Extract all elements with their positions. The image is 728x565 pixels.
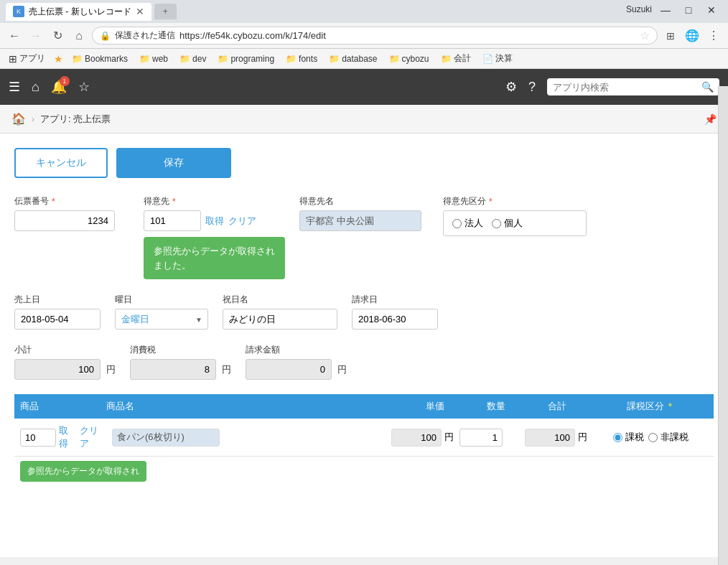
subtotal-label: 小計: [14, 344, 116, 356]
customer-clear-button[interactable]: クリア: [228, 215, 256, 228]
minimize-button[interactable]: —: [655, 4, 676, 19]
app-search-input[interactable]: [553, 82, 697, 93]
address-bar[interactable]: 🔒 保護された通信 https://fe54k.cybozu.com/k/174…: [92, 27, 658, 45]
customer-name-label: 得意先名: [299, 195, 429, 207]
folder-icon-database: 📁: [329, 54, 340, 64]
bookmark-dev[interactable]: 📁 dev: [177, 52, 209, 65]
tab-title: 売上伝票 - 新しいレコード: [29, 6, 131, 18]
bookmark-settlement[interactable]: 📄 決算: [480, 51, 515, 66]
app-search-bar[interactable]: 🔍: [547, 78, 719, 95]
save-button[interactable]: 保存: [116, 148, 231, 178]
billing-amount-field: 請求金額 円: [246, 344, 347, 380]
customer-type-kojin[interactable]: 個人: [492, 217, 523, 230]
customer-code-label: 得意先 *: [144, 195, 285, 207]
table-row: 取得 クリア 円 円 課税: [14, 419, 714, 457]
bookmark-accounting[interactable]: 📁 会計: [438, 51, 474, 66]
help-button[interactable]: ?: [528, 80, 536, 95]
bookmark-programming[interactable]: 📁 programing: [215, 52, 277, 65]
bookmark-database[interactable]: 📁 database: [326, 52, 380, 65]
product-get-button[interactable]: 取得: [59, 424, 77, 450]
holiday-name-field: 祝日名: [223, 294, 337, 330]
globe-icon[interactable]: 🌐: [683, 27, 701, 45]
customer-name-input: [299, 210, 421, 231]
hamburger-menu-button[interactable]: ☰: [9, 79, 20, 95]
home-button[interactable]: ⌂: [70, 27, 88, 45]
td-total: 円: [515, 429, 587, 447]
tax-hikaizei[interactable]: 非課税: [648, 431, 689, 444]
settings-gear-button[interactable]: ⚙: [505, 79, 517, 95]
quantity-input[interactable]: [459, 429, 503, 447]
customer-type-hojin[interactable]: 法人: [452, 217, 483, 230]
tab-close-button[interactable]: ✕: [136, 6, 144, 17]
billing-amount-input: [246, 359, 332, 380]
form-row-3: 小計 円 消費税 円 請求金額 円: [14, 344, 714, 380]
bookmark-cybozu-label: cybozu: [402, 54, 429, 64]
scrollbar-right[interactable]: [718, 86, 728, 565]
title-bar: K 売上伝票 - 新しいレコード ✕ + Suzuki — □ ✕: [0, 0, 728, 23]
customer-get-button[interactable]: 取得: [205, 215, 224, 228]
td-unit-price: 円: [382, 429, 454, 447]
window-controls: Suzuki — □ ✕: [626, 4, 722, 19]
user-label: Suzuki: [626, 4, 648, 19]
back-button[interactable]: ←: [6, 27, 23, 45]
lock-icon: 🔒: [100, 31, 111, 41]
customer-type-hojin-radio[interactable]: [452, 219, 462, 228]
app-home-button[interactable]: ⌂: [32, 80, 39, 95]
notification-button[interactable]: 🔔 1: [51, 79, 67, 95]
pin-icon[interactable]: 📌: [704, 113, 717, 125]
customer-type-kojin-radio[interactable]: [492, 219, 501, 228]
th-unit-price: 単価: [399, 400, 471, 413]
billing-date-field: 請求日: [352, 294, 438, 330]
close-button[interactable]: ✕: [701, 4, 722, 19]
tax-kaizei[interactable]: 課税: [613, 431, 644, 444]
new-tab[interactable]: +: [154, 4, 177, 19]
breadcrumb-separator: ›: [32, 114, 34, 124]
product-code-input[interactable]: [20, 429, 56, 447]
notification-badge: 1: [60, 76, 70, 86]
bookmark-accounting-label: 会計: [454, 52, 471, 65]
billing-date-input[interactable]: [352, 309, 438, 330]
invoice-number-field: 伝票番号 *: [14, 195, 129, 231]
invoice-number-label: 伝票番号 *: [14, 195, 129, 207]
customer-type-radio-group: 法人 個人: [452, 217, 577, 230]
table-header: 商品 商品名 単価 数量 合計 課税区分＊: [14, 394, 714, 419]
invoice-number-input[interactable]: [14, 210, 115, 231]
bookmark-cybozu[interactable]: 📁 cybozu: [386, 52, 432, 65]
subtotal-unit: 円: [106, 363, 116, 376]
main-content: キャンセル 保存 伝票番号 * 得意先 * 取得 クリア 参照先からデータが取得…: [0, 134, 728, 557]
customer-code-input[interactable]: [144, 210, 201, 231]
bookmark-bookmarks-label: Bookmarks: [85, 54, 128, 64]
reload-button[interactable]: ↻: [49, 27, 66, 45]
sales-date-input[interactable]: [14, 309, 101, 330]
folder-icon-fonts: 📁: [286, 54, 297, 64]
tab-favicon: K: [13, 6, 24, 17]
product-clear-button[interactable]: クリア: [80, 424, 106, 450]
forward-button[interactable]: →: [27, 27, 45, 45]
billing-amount-label: 請求金額: [246, 344, 347, 356]
menu-dots-button[interactable]: ⋮: [705, 27, 722, 45]
active-tab[interactable]: K 売上伝票 - 新しいレコード ✕: [6, 3, 151, 21]
form-row-2: 売上日 曜日 金曜日 ▼ 祝日名 請求日: [14, 294, 714, 330]
apps-grid-icon: ⊞: [9, 53, 17, 65]
tax-required-mark: ＊: [666, 401, 675, 411]
favorites-button[interactable]: ☆: [78, 79, 90, 95]
tax-kaizei-radio[interactable]: [613, 433, 622, 442]
maximize-button[interactable]: □: [678, 4, 699, 19]
unit-price-input: [391, 429, 442, 447]
folder-icon-bookmarks: 📁: [72, 54, 83, 64]
bookmark-fonts-label: fonts: [299, 54, 317, 64]
bookmark-apps[interactable]: ⊞ アプリ: [6, 51, 48, 66]
form-row-1: 伝票番号 * 得意先 * 取得 クリア 参照先からデータが取得されました。 得意…: [14, 195, 714, 279]
home-breadcrumb-button[interactable]: 🏠: [11, 112, 26, 126]
cancel-button[interactable]: キャンセル: [14, 148, 108, 178]
bookmark-web[interactable]: 📁 web: [136, 52, 171, 65]
bookmark-star-icon[interactable]: ☆: [640, 29, 650, 42]
extensions-icon[interactable]: ⊞: [662, 27, 679, 45]
bookmark-fonts[interactable]: 📁 fonts: [283, 52, 320, 65]
bookmark-bookmarks[interactable]: 📁 Bookmarks: [69, 52, 131, 65]
total-unit: 円: [578, 431, 587, 444]
tax-hikaizei-radio[interactable]: [648, 433, 658, 442]
day-of-week-select[interactable]: 金曜日: [115, 309, 208, 330]
customer-type-required-mark: *: [489, 197, 493, 207]
th-tax: 課税区分＊: [593, 400, 708, 413]
